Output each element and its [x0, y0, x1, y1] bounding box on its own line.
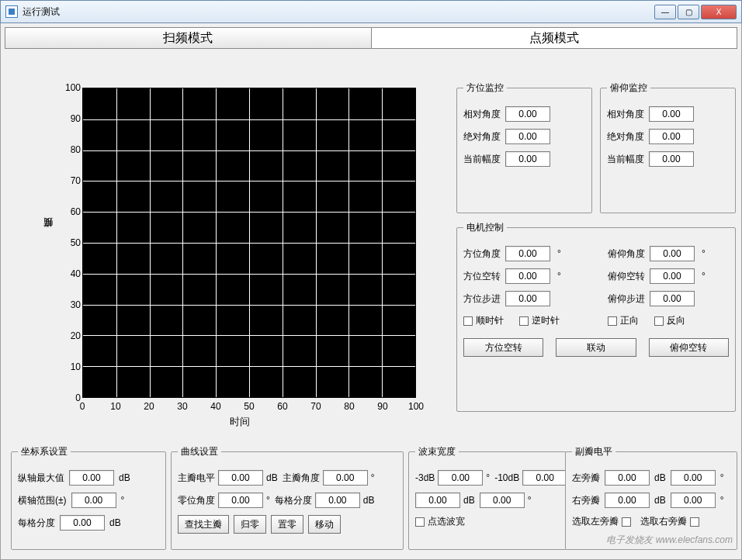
- az-idle-button[interactable]: 方位空转: [463, 338, 543, 357]
- link-button[interactable]: 联动: [556, 338, 636, 357]
- right-side-deg[interactable]: 0.00: [671, 493, 716, 508]
- el-amp-value: 0.00: [649, 151, 694, 167]
- close-button[interactable]: X: [701, 5, 737, 19]
- fwd-checkbox[interactable]: 正向: [608, 314, 639, 327]
- right-side-db[interactable]: 0.00: [605, 493, 650, 508]
- beam-3db-input[interactable]: 0.00: [438, 470, 483, 486]
- el-rel-value: 0.00: [649, 106, 694, 122]
- azimuth-monitor: 方位监控 相对角度0.00 绝对角度0.00 当前幅度0.00: [456, 81, 592, 213]
- beam-10db-input[interactable]: 0.00: [522, 470, 567, 486]
- y-axis-ticks: 100 90 80 70 60 50 40 30 20 10 0: [59, 88, 81, 398]
- beam-width: 波束宽度 -3dB0.00° -10dB0.00° 0.00dB 0.00° 点…: [408, 445, 581, 550]
- beam-custom2-input[interactable]: 0.00: [480, 493, 525, 508]
- plot-area: [82, 88, 416, 398]
- ymax-input[interactable]: 0.00: [69, 470, 114, 486]
- coord-grid-input[interactable]: 0.00: [60, 515, 105, 531]
- ccw-checkbox[interactable]: 逆时针: [519, 314, 560, 327]
- az-angle-input[interactable]: 0.00: [505, 246, 550, 261]
- x-axis-ticks: 0 10 20 30 40 50 60 70 80 90 100: [82, 401, 416, 413]
- title-bar: 运行测试 — ▢ X: [0, 0, 742, 23]
- left-side-db[interactable]: 0.00: [605, 470, 650, 486]
- tab-point[interactable]: 点频模式: [372, 28, 737, 48]
- app-icon: [5, 5, 18, 18]
- zero-angle-input[interactable]: 0.00: [218, 493, 263, 508]
- watermark: 电子发烧友 www.elecfans.com: [606, 534, 733, 547]
- cw-checkbox[interactable]: 顺时针: [463, 314, 504, 327]
- el-abs-value: 0.00: [649, 129, 694, 144]
- maximize-button[interactable]: ▢: [678, 5, 699, 19]
- elevation-monitor: 俯仰监控 相对角度0.00 绝对角度0.00 当前幅度0.00: [600, 81, 736, 213]
- main-level-input[interactable]: 0.00: [218, 470, 263, 486]
- el-step-input[interactable]: 0.00: [650, 291, 695, 306]
- rev-checkbox[interactable]: 反向: [654, 314, 685, 327]
- window-title: 运行测试: [23, 5, 654, 19]
- az-rel-value: 0.00: [505, 106, 550, 122]
- beam-custom-input[interactable]: 0.00: [415, 493, 460, 508]
- left-side-deg[interactable]: 0.00: [671, 470, 716, 486]
- find-main-button[interactable]: 查找主瓣: [178, 515, 229, 534]
- tab-sweep[interactable]: 扫频模式: [5, 28, 372, 48]
- home-button[interactable]: 归零: [234, 515, 266, 534]
- mode-tabs: 扫频模式 点频模式: [5, 27, 737, 49]
- chart: 100 90 80 70 60 50 40 30 20 10 0 0 10 20…: [36, 80, 432, 444]
- curve-grid-input[interactable]: 0.00: [315, 493, 360, 508]
- az-step-input[interactable]: 0.00: [505, 291, 550, 306]
- az-abs-value: 0.00: [505, 129, 550, 144]
- main-angle-input[interactable]: 0.00: [323, 470, 368, 486]
- minimize-button[interactable]: —: [654, 5, 676, 19]
- az-idle-input[interactable]: 0.00: [505, 268, 550, 284]
- curve-settings: 曲线设置 主瓣电平0.00dB 主瓣角度0.00° 零位角度0.00° 每格分度…: [171, 445, 404, 550]
- pick-right-checkbox[interactable]: 选取右旁瓣: [640, 515, 699, 528]
- az-amp-value: 0.00: [505, 151, 550, 167]
- el-idle-input[interactable]: 0.00: [650, 268, 695, 284]
- el-angle-input[interactable]: 0.00: [650, 246, 695, 261]
- zero-button[interactable]: 置零: [271, 515, 303, 534]
- pick-left-checkbox[interactable]: 选取左旁瓣: [572, 515, 631, 528]
- motor-control: 电机控制 方位角度0.00 方位空转0.00 方位步进0.00 顺时针 逆时针 …: [456, 221, 736, 412]
- el-idle-button[interactable]: 俯仰空转: [649, 338, 729, 357]
- beam-pick-checkbox[interactable]: 点选波宽: [415, 515, 465, 528]
- xrange-input[interactable]: 0.00: [71, 493, 116, 508]
- x-axis-label: 时间: [230, 415, 250, 429]
- move-button[interactable]: 移动: [308, 515, 341, 534]
- coordinate-settings: 坐标系设置 纵轴最大值0.00dB 横轴范围(±)0.00° 每格分度0.00d…: [11, 445, 166, 550]
